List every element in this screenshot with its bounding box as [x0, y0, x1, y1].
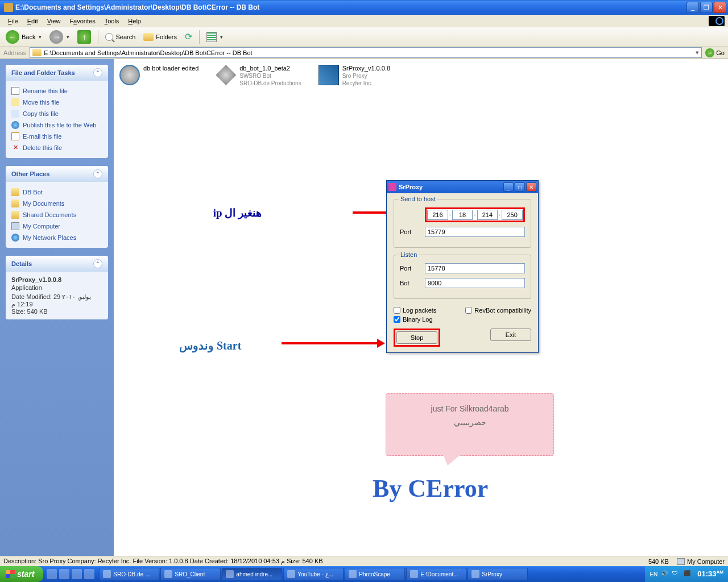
log-packets-checkbox[interactable]: Log packets [394, 306, 465, 315]
menu-file[interactable]: File [3, 16, 23, 26]
minimize-button[interactable]: _ [503, 182, 514, 192]
revbot-checkbox[interactable]: RevBot compatibility [465, 306, 531, 315]
task-button[interactable]: ahmed indre... [222, 568, 282, 580]
place-mydocs[interactable]: My Documents [11, 198, 102, 209]
annotation-credit-box: just For Silkroad4arab حصرييييي [386, 393, 554, 456]
srproxy-window: SrProxy _ □ ✕ Send to host . . . [386, 180, 539, 353]
collapse-icon[interactable]: ⌃ [93, 68, 102, 77]
menu-favorites[interactable]: Favorites [65, 16, 100, 26]
place-shared[interactable]: Shared Documents [11, 209, 102, 221]
menu-tools[interactable]: Tools [100, 16, 124, 26]
panel-title: Details [11, 260, 32, 267]
quick-launch-item[interactable] [84, 569, 94, 579]
listen-group: Listen Port Bot [394, 255, 531, 299]
address-input[interactable]: E:\Documents and Settings\Administrator\… [30, 47, 702, 58]
address-label: Address [3, 49, 26, 56]
collapse-icon[interactable]: ⌃ [93, 169, 102, 178]
taskbar: start SRO-DB.de ... SRO_Client ahmed ind… [0, 566, 728, 582]
details-type: Application [11, 284, 102, 291]
task-rename[interactable]: Rename this file [11, 85, 102, 97]
search-button[interactable]: Search [102, 31, 139, 43]
panel-title: File and Folder Tasks [11, 69, 75, 76]
windows-logo-icon [709, 16, 725, 26]
host-port-input[interactable] [425, 227, 525, 237]
quick-launch-item[interactable] [72, 569, 82, 579]
task-button[interactable]: E:\Document... [406, 568, 466, 580]
system-tray: EN 🔊 🛡 ⬛ 01:33AM [645, 566, 728, 582]
srproxy-titlebar[interactable]: SrProxy _ □ ✕ [387, 181, 538, 193]
folders-button[interactable]: Folders [140, 31, 180, 43]
file-item[interactable]: db bot loader edited [119, 65, 198, 87]
bot-port-input[interactable] [425, 278, 525, 288]
exit-button[interactable]: Exit [490, 329, 531, 341]
go-button[interactable]: →Go [705, 48, 725, 57]
task-button[interactable]: SrProxy [468, 568, 528, 580]
task-button[interactable]: SRO_Client [160, 568, 221, 580]
sync-button[interactable]: ⟳ [181, 30, 196, 44]
back-button[interactable]: ←Back▾ [2, 28, 45, 45]
task-delete[interactable]: ✕Delete this file [11, 142, 102, 153]
app-icon [388, 183, 396, 191]
maximize-button[interactable]: □ [515, 182, 525, 192]
window-titlebar: E:\Documents and Settings\Administrator\… [0, 0, 728, 15]
task-email[interactable]: E-mail this file [11, 131, 102, 142]
task-publish[interactable]: Publish this file to the Web [11, 119, 102, 131]
maximize-button[interactable]: ❐ [700, 2, 713, 13]
close-button[interactable]: ✕ [714, 2, 726, 13]
collapse-icon[interactable]: ⌃ [93, 259, 102, 268]
tray-icon[interactable]: 🛡 [672, 570, 680, 578]
status-location: My Computer [687, 558, 725, 565]
details-size: Size: 540 KB [11, 308, 102, 315]
task-button[interactable]: SRO-DB.de ... [99, 568, 159, 580]
place-dbbot[interactable]: DB Bot [11, 186, 102, 198]
file-item[interactable]: SrProxy_v1.0.0.8 Sro Proxy Recyfer Inc. [318, 65, 390, 87]
file-view: db bot loader edited db_bot_1.0_beta2 SW… [114, 59, 728, 582]
host-ip-input[interactable]: . . . [425, 207, 525, 222]
task-button[interactable]: YouTube - ع... [283, 568, 344, 580]
language-indicator[interactable]: EN [650, 571, 657, 577]
details-panel: Details⌃ SrProxy_v1.0.0.8 Application Da… [6, 256, 108, 319]
up-button[interactable]: ↑ [74, 28, 94, 45]
panel-title: Other Places [11, 171, 49, 177]
menu-help[interactable]: Help [123, 16, 146, 26]
quick-launch-item[interactable] [47, 569, 57, 579]
start-button[interactable]: start [0, 566, 43, 582]
task-copy[interactable]: Copy this file [11, 108, 102, 119]
tasks-panel: File and Folder Tasks⌃ Rename this file … [6, 65, 108, 158]
send-to-host-group: Send to host . . . Port [394, 199, 531, 248]
annotation-ip-text: هنغير ال ip [213, 206, 262, 219]
annotation-author: By CError [373, 474, 488, 503]
quick-launch-item[interactable] [59, 569, 69, 579]
details-modified: Date Modified: 29 يوليو, ٢٠١٠ 12:19 م [11, 293, 102, 308]
folder-icon [4, 3, 13, 12]
folder-icon [32, 49, 42, 56]
app-icon [216, 65, 236, 85]
task-move[interactable]: Move this file [11, 97, 102, 108]
chevron-down-icon[interactable]: ▾ [696, 49, 699, 56]
views-button[interactable]: ▾ [203, 30, 226, 44]
minimize-button[interactable]: _ [686, 2, 699, 13]
task-button[interactable]: PhotoScape [345, 568, 405, 580]
tray-icon[interactable]: ⬛ [684, 570, 692, 578]
status-size: 540 KB [648, 558, 669, 565]
file-item[interactable]: db_bot_1.0_beta2 SWSRO Bot SRO-DB.de Pro… [216, 65, 301, 87]
tray-icon[interactable]: 🔊 [661, 570, 669, 578]
annotation-start-text: وندوس Start [179, 339, 241, 352]
binary-log-checkbox[interactable]: Binary Log [394, 315, 531, 324]
forward-button[interactable]: →▾ [46, 28, 73, 45]
menu-edit[interactable]: Edit [23, 16, 43, 26]
menu-bar: File Edit View Favorites Tools Help [0, 15, 728, 27]
menu-view[interactable]: View [43, 16, 65, 26]
app-icon [318, 65, 339, 85]
listen-port-input[interactable] [425, 263, 525, 273]
quick-launch [43, 569, 98, 579]
toolbar: ←Back▾ →▾ ↑ Search Folders ⟳ ▾ [0, 27, 728, 47]
stop-button[interactable]: Stop [396, 331, 437, 344]
clock[interactable]: 01:33AM [697, 569, 723, 578]
close-button[interactable]: ✕ [526, 182, 536, 192]
places-panel: Other Places⌃ DB Bot My Documents Shared… [6, 166, 108, 248]
place-network[interactable]: My Network Places [11, 232, 102, 243]
place-mycomp[interactable]: My Computer [11, 221, 102, 232]
status-bar: Description: Sro Proxy Company: Recyfer … [0, 556, 728, 566]
annotation-arrow-icon [282, 342, 378, 344]
